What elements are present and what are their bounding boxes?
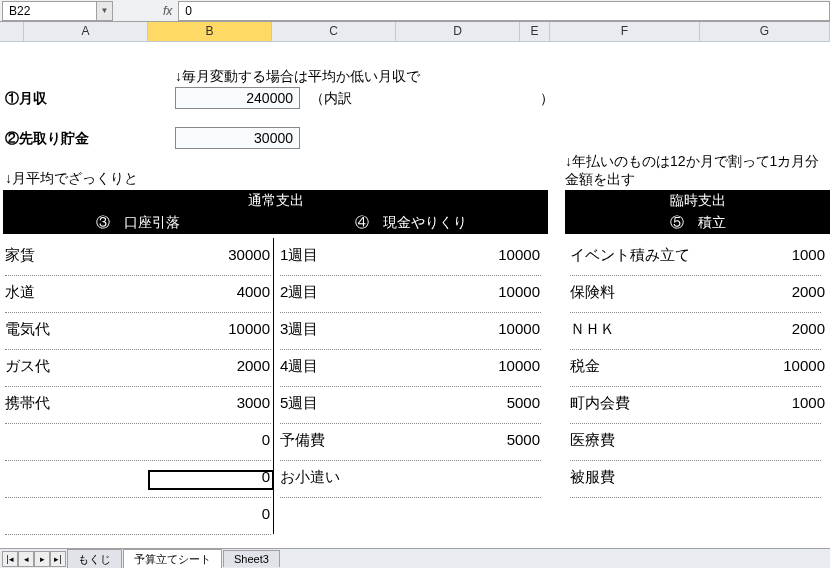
- tab-nav-last[interactable]: ▸|: [50, 551, 66, 567]
- note-income: ↓毎月変動する場合は平均か低い月収で: [175, 68, 420, 86]
- table-cell-label[interactable]: 携帯代: [5, 394, 145, 413]
- formula-bar: B22 ▼ fx 0: [0, 0, 830, 22]
- name-box[interactable]: B22: [2, 1, 97, 21]
- table-cell-label[interactable]: 5週目: [280, 394, 415, 413]
- col-header-c[interactable]: C: [272, 22, 396, 41]
- active-cell[interactable]: [148, 470, 274, 490]
- table-cell-label[interactable]: ガス代: [5, 357, 145, 376]
- table-cell-label[interactable]: 医療費: [570, 431, 750, 450]
- row-divider: [570, 312, 821, 313]
- table-cell-label[interactable]: 家賃: [5, 246, 145, 265]
- header-reserve: ⑤ 積立: [565, 212, 830, 234]
- sheet-tab-2[interactable]: 予算立てシート: [123, 549, 222, 569]
- label-income: ①月収: [5, 90, 47, 108]
- header-temp-expenses: 臨時支出: [565, 190, 830, 212]
- table-cell-label[interactable]: ＮＨＫ: [570, 320, 750, 339]
- tab-nav: |◂ ◂ ▸ ▸|: [2, 551, 66, 567]
- row-divider: [570, 460, 821, 461]
- table-cell-label[interactable]: 町内会費: [570, 394, 750, 413]
- sheet-tab-1[interactable]: もくじ: [67, 549, 122, 569]
- tab-nav-next[interactable]: ▸: [34, 551, 50, 567]
- col-header-b[interactable]: B: [148, 22, 272, 41]
- table-cell-label[interactable]: 3週目: [280, 320, 415, 339]
- row-divider: [280, 423, 541, 424]
- row-divider: [5, 497, 271, 498]
- table-cell-label[interactable]: 4週目: [280, 357, 415, 376]
- row-divider: [5, 534, 271, 535]
- input-savings[interactable]: 30000: [175, 127, 300, 149]
- row-divider: [5, 460, 271, 461]
- table-cell-label[interactable]: イベント積み立て: [570, 246, 750, 265]
- select-all-corner[interactable]: [0, 22, 24, 41]
- table-cell-value[interactable]: 10000: [150, 320, 270, 337]
- breakdown-close: ）: [540, 90, 554, 108]
- tab-nav-first[interactable]: |◂: [2, 551, 18, 567]
- row-divider: [5, 386, 271, 387]
- table-cell-label[interactable]: お小遣い: [280, 468, 415, 487]
- table-cell-label[interactable]: 電気代: [5, 320, 145, 339]
- table-cell-value[interactable]: 5000: [420, 431, 540, 448]
- col-header-a[interactable]: A: [24, 22, 148, 41]
- note-right: ↓年払いのものは12か月で割って1カ月分金額を出す: [565, 152, 825, 188]
- row-divider: [280, 275, 541, 276]
- table-cell-value[interactable]: 5000: [420, 394, 540, 411]
- table-cell-value[interactable]: 0: [150, 505, 270, 522]
- header-normal-expenses: 通常支出: [3, 190, 548, 212]
- header-debit: ③ 口座引落: [3, 212, 273, 234]
- table-cell-value[interactable]: 10000: [420, 283, 540, 300]
- row-divider: [5, 349, 271, 350]
- table-cell-label[interactable]: 予備費: [280, 431, 415, 450]
- table-cell-value[interactable]: 0: [150, 431, 270, 448]
- table-cell-value[interactable]: 3000: [150, 394, 270, 411]
- table-cell-value[interactable]: 10000: [760, 357, 825, 374]
- table-cell-value[interactable]: 1000: [760, 246, 825, 263]
- row-divider: [280, 386, 541, 387]
- row-divider: [570, 497, 821, 498]
- row-divider: [280, 349, 541, 350]
- row-divider: [5, 423, 271, 424]
- table-cell-label[interactable]: 保険料: [570, 283, 750, 302]
- table-cell-value[interactable]: 10000: [420, 246, 540, 263]
- col-header-d[interactable]: D: [396, 22, 520, 41]
- table-cell-label[interactable]: 税金: [570, 357, 750, 376]
- row-divider: [570, 423, 821, 424]
- breakdown-open: （内訳: [310, 90, 352, 108]
- table-cell-value[interactable]: 2000: [150, 357, 270, 374]
- table-cell-value[interactable]: 4000: [150, 283, 270, 300]
- header-cash: ④ 現金やりくり: [273, 212, 548, 234]
- table-cell-value[interactable]: 10000: [420, 357, 540, 374]
- sheet-tab-bar: |◂ ◂ ▸ ▸| もくじ 予算立てシート Sheet3: [0, 548, 830, 568]
- col-header-e[interactable]: E: [520, 22, 550, 41]
- row-divider: [5, 275, 271, 276]
- table-cell-label[interactable]: 水道: [5, 283, 145, 302]
- name-box-dropdown[interactable]: ▼: [97, 1, 113, 21]
- col-header-g[interactable]: G: [700, 22, 830, 41]
- table-cell-value[interactable]: 10000: [420, 320, 540, 337]
- sheet-tab-3[interactable]: Sheet3: [223, 550, 280, 567]
- table-cell-value[interactable]: 2000: [760, 283, 825, 300]
- table-cell-value[interactable]: 30000: [150, 246, 270, 263]
- row-divider: [280, 497, 541, 498]
- row-divider: [570, 386, 821, 387]
- col-header-f[interactable]: F: [550, 22, 700, 41]
- tab-nav-prev[interactable]: ◂: [18, 551, 34, 567]
- spreadsheet-grid[interactable]: ↓毎月変動する場合は平均か低い月収で ①月収 240000 （内訳 ） ②先取り…: [0, 42, 830, 548]
- label-savings: ②先取り貯金: [5, 130, 89, 148]
- row-divider: [570, 349, 821, 350]
- formula-input[interactable]: 0: [178, 1, 830, 21]
- row-divider: [570, 275, 821, 276]
- input-income[interactable]: 240000: [175, 87, 300, 109]
- table-cell-label[interactable]: 被服費: [570, 468, 750, 487]
- table-cell-label[interactable]: 1週目: [280, 246, 415, 265]
- row-divider: [5, 312, 271, 313]
- table-cell-value[interactable]: 2000: [760, 320, 825, 337]
- row-divider: [280, 460, 541, 461]
- note-left: ↓月平均でざっくりと: [5, 170, 138, 188]
- table-cell-value[interactable]: 1000: [760, 394, 825, 411]
- column-headers: A B C D E F G: [0, 22, 830, 42]
- row-divider: [280, 312, 541, 313]
- fx-icon[interactable]: fx: [163, 4, 172, 18]
- table-cell-label[interactable]: 2週目: [280, 283, 415, 302]
